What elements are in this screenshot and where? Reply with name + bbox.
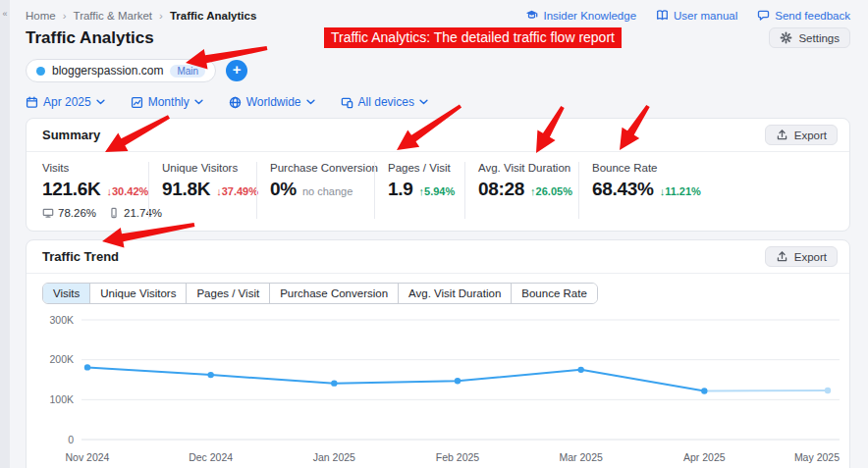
location-filter[interactable]: Worldwide: [229, 95, 315, 109]
chevron-down-icon: [419, 99, 428, 105]
expand-sidebar-icon[interactable]: «: [0, 9, 10, 19]
metric-value: 91.8K: [162, 179, 210, 200]
device-split: 78.26% 21.74%: [42, 207, 140, 219]
summary-metrics: Visits 121.6K ↓30.42% 78.26% 21.74%: [27, 152, 849, 231]
export-label: Export: [794, 130, 827, 141]
svg-text:Mar 2025: Mar 2025: [559, 451, 603, 463]
filter-bar: Apr 2025 Monthly Worldwide All devices: [26, 95, 850, 109]
svg-text:Jan 2025: Jan 2025: [313, 451, 355, 463]
traffic-trend-chart[interactable]: 0100K200K300KNov 2024Dec 2024Jan 2025Feb…: [42, 310, 840, 468]
chevron-down-icon: [194, 99, 203, 105]
metric-bounce-rate: Bounce Rate 68.43% ↓11.21%: [578, 162, 834, 219]
settings-button[interactable]: Settings: [769, 27, 850, 48]
location-filter-label: Worldwide: [246, 95, 301, 109]
granularity-filter[interactable]: Monthly: [131, 95, 203, 109]
export-icon: [776, 250, 788, 263]
breadcrumb: Home › Traffic & Market › Traffic Analyt…: [26, 10, 256, 22]
insider-knowledge-link[interactable]: Insider Knowledge: [525, 9, 636, 22]
metric-label: Visits: [42, 162, 140, 174]
summary-export-button[interactable]: Export: [765, 125, 838, 145]
book-icon: [656, 9, 669, 22]
date-filter[interactable]: Apr 2025: [26, 95, 105, 109]
metric-value: 08:28: [478, 179, 524, 200]
settings-label: Settings: [798, 32, 840, 44]
metric-value: 1.9: [388, 179, 413, 200]
tab-unique-visitors[interactable]: Unique Visitors: [89, 284, 186, 303]
metric-delta: ↓30.42%: [106, 185, 148, 197]
desktop-share: 78.26%: [58, 207, 96, 219]
gear-icon: [780, 31, 792, 44]
domain-main-badge: Main: [170, 65, 205, 78]
metric-label: Purchase Conversion: [270, 162, 366, 174]
domain-dot-icon: [36, 67, 45, 76]
feedback-icon: [757, 9, 770, 22]
tab-visits[interactable]: Visits: [43, 284, 89, 303]
devices-filter-label: All devices: [358, 95, 414, 109]
collapsed-sidebar[interactable]: «: [0, 0, 10, 468]
devices-icon: [341, 96, 353, 109]
metric-value: 0%: [270, 179, 297, 200]
date-filter-label: Apr 2025: [43, 95, 91, 109]
add-domain-button[interactable]: +: [226, 60, 247, 81]
svg-text:May 2025: May 2025: [794, 451, 840, 463]
metric-value: 68.43%: [592, 179, 654, 200]
export-icon: [776, 129, 788, 141]
metric-avg-visit-duration: Avg. Visit Duration 08:28 ↑26.05%: [464, 162, 578, 219]
desktop-icon: [42, 207, 54, 219]
main-content: Home › Traffic & Market › Traffic Analyt…: [10, 0, 868, 468]
svg-text:100K: 100K: [49, 393, 74, 405]
tab-avg-visit-duration[interactable]: Avg. Visit Duration: [398, 284, 511, 303]
tab-purchase-conversion[interactable]: Purchase Conversion: [269, 284, 398, 303]
trend-export-button[interactable]: Export: [765, 246, 838, 267]
chevron-down-icon: [306, 99, 315, 105]
svg-text:Feb 2025: Feb 2025: [436, 451, 480, 463]
breadcrumb-separator: ›: [63, 10, 67, 22]
page-title: Traffic Analytics: [26, 28, 154, 48]
tab-pages-per-visit[interactable]: Pages / Visit: [186, 284, 269, 303]
breadcrumb-separator: ›: [159, 10, 163, 22]
mobile-icon: [108, 207, 120, 219]
metric-delta: no change: [302, 185, 353, 197]
metric-delta: ↑5.94%: [419, 185, 456, 197]
calendar-icon: [26, 96, 38, 109]
domain-row: bloggerspassion.com Main +: [26, 59, 850, 82]
traffic-trend-card: Traffic Trend Export Visits Unique Visit…: [26, 239, 850, 468]
devices-filter[interactable]: All devices: [341, 95, 428, 109]
traffic-trend-header: Traffic Trend Export: [27, 240, 849, 274]
svg-text:Nov 2024: Nov 2024: [66, 451, 110, 463]
metric-label: Unique Visitors: [162, 162, 248, 174]
svg-text:0: 0: [68, 434, 74, 445]
insider-knowledge-label: Insider Knowledge: [543, 10, 636, 22]
user-manual-link[interactable]: User manual: [656, 9, 737, 22]
domain-chip[interactable]: bloggerspassion.com Main: [26, 59, 216, 82]
metric-delta: ↑26.05%: [530, 185, 572, 197]
top-bar: Home › Traffic & Market › Traffic Analyt…: [26, 9, 850, 22]
metric-purchase-conversion: Purchase Conversion 0% no change: [256, 162, 374, 219]
send-feedback-label: Send feedback: [775, 10, 850, 22]
trend-metric-tabs: Visits Unique Visitors Pages / Visit Pur…: [42, 283, 598, 304]
send-feedback-link[interactable]: Send feedback: [757, 9, 850, 22]
domain-name: bloggerspassion.com: [52, 64, 163, 78]
summary-card: Summary Export Visits 121.6K ↓30.42% 78.…: [26, 118, 850, 232]
graduation-cap-icon: [525, 9, 538, 22]
granularity-filter-label: Monthly: [148, 95, 190, 109]
svg-text:Apr 2025: Apr 2025: [683, 451, 726, 463]
chart-area: 0100K200K300KNov 2024Dec 2024Jan 2025Feb…: [27, 304, 849, 468]
tab-bounce-rate[interactable]: Bounce Rate: [511, 284, 597, 303]
export-label: Export: [794, 251, 827, 263]
svg-text:300K: 300K: [49, 314, 74, 326]
user-manual-label: User manual: [674, 10, 737, 22]
metric-value: 121.6K: [42, 179, 100, 200]
metric-label: Bounce Rate: [592, 162, 826, 174]
metric-delta: ↓37.49%: [216, 185, 258, 197]
metric-unique-visitors: Unique Visitors 91.8K ↓37.49%: [148, 162, 256, 219]
breadcrumb-home[interactable]: Home: [26, 10, 56, 22]
metric-visits: Visits 121.6K ↓30.42% 78.26% 21.74%: [42, 162, 148, 219]
svg-text:Dec 2024: Dec 2024: [189, 451, 233, 463]
traffic-trend-title: Traffic Trend: [42, 249, 119, 264]
svg-text:200K: 200K: [49, 353, 74, 365]
top-links: Insider Knowledge User manual Send feedb…: [525, 9, 850, 22]
chevron-down-icon: [96, 99, 105, 105]
metric-label: Pages / Visit: [388, 162, 457, 174]
breadcrumb-traffic-and-market[interactable]: Traffic & Market: [74, 10, 153, 22]
